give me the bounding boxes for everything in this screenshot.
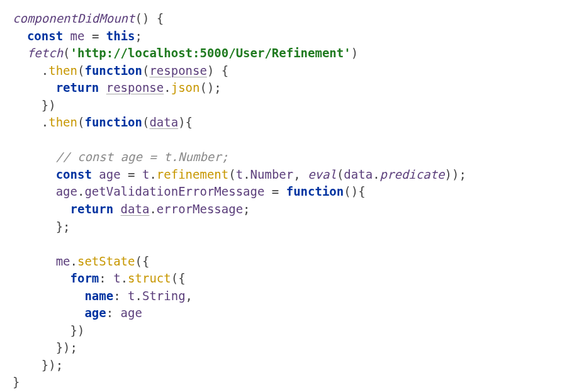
code-line: age.getValidationErrorMessage = function… — [13, 184, 366, 198]
url-string: 'http://localhost:5000/User/Refinement' — [70, 46, 351, 60]
code-line: }); — [13, 358, 63, 372]
code-line: form: t.struct({ — [13, 271, 186, 285]
code-line: }); — [13, 340, 77, 354]
code-line: }; — [13, 220, 70, 233]
code-line: name: t.String, — [13, 289, 193, 303]
code-line: .then(function(data){ — [13, 115, 193, 129]
code-line: return data.errorMessage; — [13, 202, 250, 216]
param-response: response — [149, 64, 207, 77]
code-line: }) — [13, 98, 56, 112]
code-line: age: age — [13, 306, 142, 320]
code-line: fetch('http://localhost:5000/User/Refine… — [13, 46, 358, 60]
code-line: }) — [13, 323, 84, 337]
code-line: const me = this; — [13, 29, 142, 43]
code-line: } — [13, 375, 20, 389]
method-name: componentDidMount — [13, 11, 135, 25]
code-block: componentDidMount() { const me = this; f… — [13, 10, 571, 391]
code-line: return response.json(); — [13, 81, 222, 94]
code-line: me.setState({ — [13, 254, 149, 268]
code-line: componentDidMount() { — [13, 11, 164, 25]
param-data: data — [149, 115, 178, 129]
comment: // const age = t.Number; — [56, 150, 229, 164]
code-line: const age = t.refinement(t.Number, eval(… — [13, 167, 466, 181]
code-line: .then(function(response) { — [13, 64, 228, 77]
code-line: // const age = t.Number; — [13, 150, 228, 164]
